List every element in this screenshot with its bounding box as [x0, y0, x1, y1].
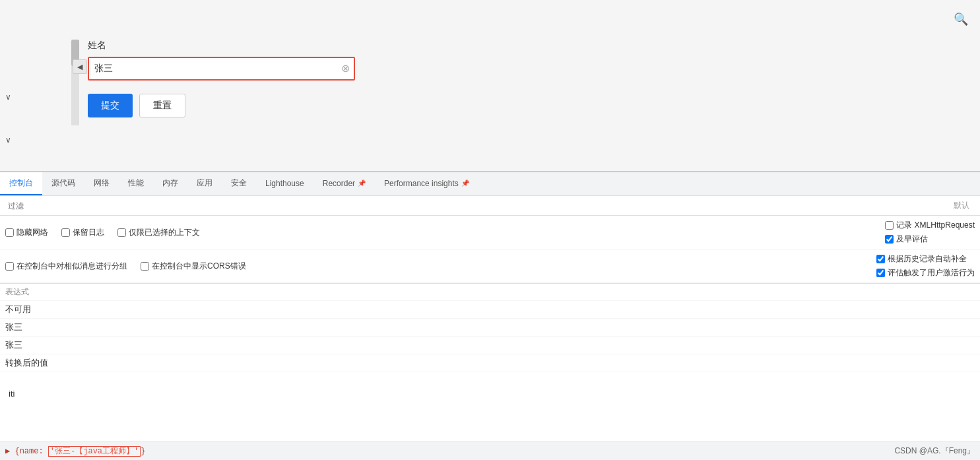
name-input-wrapper: ⊗	[88, 57, 355, 81]
option-selected-context[interactable]: 仅限已选择的上下文	[117, 227, 200, 238]
input-clear-button[interactable]: ⊗	[341, 63, 350, 74]
sidebar-item-2[interactable]: ∨	[5, 132, 71, 148]
option-group-similar[interactable]: 在控制台中对相似消息进行分组	[5, 261, 127, 272]
filter-default-label: 默认	[954, 200, 975, 211]
recorder-pin-icon: 📌	[358, 180, 366, 187]
sidebar-item-1[interactable]: ∨	[5, 89, 71, 105]
tab-lighthouse[interactable]: Lighthouse	[256, 172, 313, 195]
option-user-activation: 评估触发了用户激活行为	[876, 267, 975, 279]
status-code: ▶ {name: '张三-【java工程师】'}	[5, 445, 145, 457]
chevron-down-icon: ∨	[5, 92, 11, 102]
collapse-button[interactable]: ◀	[73, 59, 87, 74]
tab-security[interactable]: 安全	[222, 172, 256, 195]
submit-button[interactable]: 提交	[88, 94, 133, 117]
tab-memory[interactable]: 内存	[153, 172, 187, 195]
status-suffix: }	[141, 447, 145, 456]
console-output: 表达式 不可用 张三 张三 转换后的值	[0, 284, 980, 372]
tab-performance-insights[interactable]: Performance insights 📌	[375, 172, 478, 195]
filter-input[interactable]	[5, 201, 954, 211]
iti-label: iti	[9, 389, 15, 399]
status-prefix: ▶ {name:	[5, 447, 48, 456]
log-xhr-checkbox[interactable]	[885, 221, 894, 230]
console-row-unavailable: 不可用	[0, 301, 980, 319]
status-bar: ▶ {name: '张三-【java工程师】'} CSDN @AG.『Feng』	[0, 442, 980, 460]
option-show-cors[interactable]: 在控制台中显示CORS错误	[141, 261, 246, 272]
show-cors-checkbox[interactable]	[141, 262, 149, 271]
options-row-2: 在控制台中对相似消息进行分组 在控制台中显示CORS错误 根据历史记录自动补全 …	[0, 249, 980, 283]
search-icon[interactable]: 🔍	[954, 12, 968, 26]
name-input[interactable]	[88, 57, 355, 81]
tab-recorder[interactable]: Recorder 📌	[313, 172, 375, 195]
tab-application[interactable]: 应用	[187, 172, 222, 195]
form-label-name: 姓名	[88, 40, 418, 51]
option-hide-network[interactable]: 隐藏网络	[5, 227, 48, 238]
console-row-expression: 表达式	[0, 284, 980, 301]
tab-source[interactable]: 源代码	[42, 172, 84, 195]
devtools-tabs: 控制台 源代码 网络 性能 内存 应用 安全 Lighthouse Record…	[0, 172, 980, 196]
form-area: 姓名 ⊗ 提交 重置	[88, 40, 418, 117]
sidebar-scrollbar[interactable]	[71, 40, 79, 125]
filter-bar: 默认	[0, 196, 980, 216]
options-right-2: 根据历史记录自动补全 评估触发了用户激活行为	[876, 253, 975, 279]
user-activation-checkbox[interactable]	[876, 269, 885, 277]
tab-performance[interactable]: 性能	[119, 172, 153, 195]
selected-context-checkbox[interactable]	[117, 228, 126, 237]
autocomplete-checkbox[interactable]	[876, 255, 885, 263]
chevron-down-icon-2: ∨	[5, 135, 11, 145]
option-log-xhr: 记录 XMLHttpRequest	[885, 220, 975, 231]
options-row-1: 隐藏网络 保留日志 仅限已选择的上下文 记录 XMLHttpRequest	[0, 216, 980, 249]
reset-button[interactable]: 重置	[139, 94, 185, 117]
console-row-converted: 转换后的值	[0, 354, 980, 372]
tab-console[interactable]: 控制台	[0, 172, 42, 195]
console-row-zhangsan-2: 张三	[0, 337, 980, 354]
hide-network-checkbox[interactable]	[5, 228, 14, 237]
group-similar-checkbox[interactable]	[5, 262, 14, 271]
eager-eval-checkbox[interactable]	[885, 235, 894, 244]
keep-log-checkbox[interactable]	[61, 228, 70, 237]
form-buttons: 提交 重置	[88, 94, 418, 117]
devtools-panel: 控制台 源代码 网络 性能 内存 应用 安全 Lighthouse Record…	[0, 172, 980, 460]
tab-network[interactable]: 网络	[84, 172, 119, 195]
console-row-zhangsan-1: 张三	[0, 319, 980, 337]
option-autocomplete: 根据历史记录自动补全	[876, 253, 975, 265]
option-eager-eval: 及早评估	[885, 234, 975, 245]
status-right-text: CSDN @AG.『Feng』	[894, 445, 975, 457]
option-keep-log[interactable]: 保留日志	[61, 227, 104, 238]
top-area: 🔍 ◀ ∨ ∨ 姓名 ⊗ 提交 重置	[0, 0, 980, 172]
status-highlighted: '张三-【java工程师】'	[48, 446, 141, 457]
options-right: 记录 XMLHttpRequest 及早评估	[885, 220, 975, 245]
performance-insights-pin-icon: 📌	[461, 180, 469, 187]
